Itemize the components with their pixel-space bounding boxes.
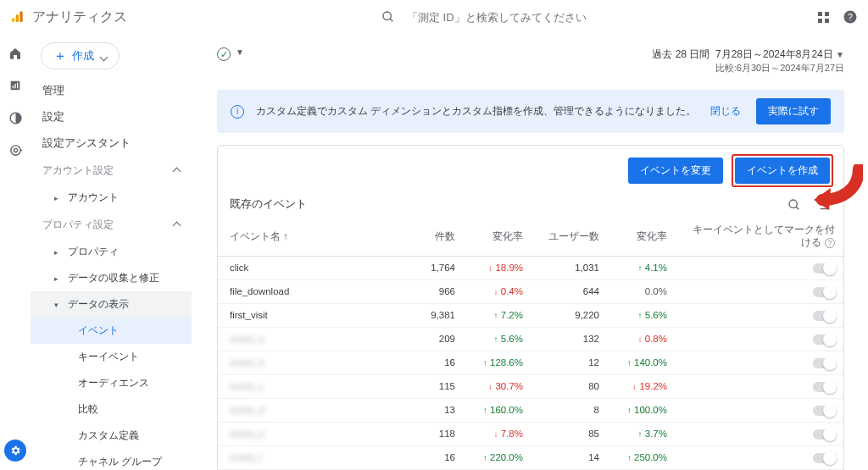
svg-point-14 (789, 200, 797, 207)
cell-change1: ↓ 7.8% (464, 422, 531, 445)
table-row[interactable]: event_a209↑ 5.6%132↓ 0.8% (218, 327, 843, 351)
col-change2[interactable]: 変化率 (608, 218, 676, 257)
search-icon[interactable] (787, 198, 801, 212)
key-event-toggle[interactable] (813, 311, 835, 321)
table-row[interactable]: first_visit9,381↑ 7.2%9,220↑ 5.6% (218, 303, 843, 327)
search-box[interactable] (381, 10, 626, 25)
col-change1[interactable]: 変化率 (464, 218, 531, 257)
chevron-down-icon[interactable]: ▼ (236, 47, 244, 57)
banner-try-button[interactable]: 実際に試す (756, 98, 831, 124)
svg-rect-10 (17, 83, 18, 89)
nav-account[interactable]: ▸アカウント (31, 185, 192, 211)
col-count[interactable]: 件数 (413, 218, 464, 257)
nav-events[interactable]: イベント (31, 318, 192, 344)
left-rail (0, 34, 31, 470)
nav-data-display[interactable]: ▾データの表示 (31, 291, 192, 318)
nav-property-section[interactable]: プロパティ設定 (31, 211, 192, 239)
key-event-toggle[interactable] (813, 382, 835, 392)
nav-custom-definitions[interactable]: カスタム定義 (31, 423, 192, 449)
key-event-toggle[interactable] (813, 358, 835, 368)
table-row[interactable]: file_download966↓ 0.4%644 0.0% (218, 279, 843, 303)
events-table: イベント名 ↑ 件数 変化率 ユーザー数 変化率 キーイベントとしてマークを付け… (218, 218, 843, 470)
modify-event-button[interactable]: イベントを変更 (628, 158, 723, 184)
col-event-name[interactable]: イベント名 ↑ (218, 218, 413, 257)
nav-property[interactable]: ▸プロパティ (31, 239, 192, 265)
table-row[interactable]: event_f16↑ 220.0%14↑ 250.0% (218, 445, 843, 469)
events-card: イベントを変更 イベントを作成 既存のイベント イベント名 ↑ 件数 変化率 ユ… (217, 145, 844, 470)
cell-toggle (676, 422, 843, 445)
table-row[interactable]: event_b16↑ 128.6%12↑ 140.0% (218, 351, 843, 374)
svg-point-13 (14, 148, 17, 152)
nav-comparisons[interactable]: 比較 (31, 396, 192, 423)
apps-icon[interactable] (818, 12, 829, 23)
help-icon[interactable]: ? (843, 9, 858, 25)
nav-key-events[interactable]: キーイベント (31, 344, 192, 370)
create-button-label: 作成 (72, 48, 94, 64)
key-event-toggle[interactable] (813, 287, 835, 297)
key-event-toggle[interactable] (813, 406, 835, 416)
search-input[interactable] (405, 10, 626, 25)
cell-change2: ↑ 140.0% (608, 351, 676, 374)
nav-account-section[interactable]: アカウント設定 (31, 157, 192, 185)
rail-home-icon[interactable] (8, 46, 23, 61)
nav-settings[interactable]: 設定 (31, 104, 192, 130)
cell-event-name: event_a (218, 327, 413, 351)
status-chip-icon[interactable]: ✓ (217, 47, 231, 61)
cell-change1: ↑ 160.0% (464, 398, 531, 422)
svg-rect-8 (13, 86, 14, 88)
svg-line-4 (390, 19, 392, 21)
key-event-toggle[interactable] (813, 335, 835, 345)
svg-rect-0 (12, 18, 14, 22)
svg-text:?: ? (848, 12, 853, 22)
cell-users: 12 (531, 351, 608, 374)
nav-admin[interactable]: 管理 (31, 78, 192, 104)
nav-data-collection[interactable]: ▸データの収集と修正 (31, 265, 192, 291)
banner-text: カスタム定義でカスタム ディメンションとカスタム指標を作成、管理できるようになり… (256, 104, 696, 119)
cell-change1: ↓ 30.7% (464, 374, 531, 398)
cell-change2: 0.0% (608, 279, 676, 303)
cell-event-name: first_visit (218, 303, 413, 327)
nav-channel-groups[interactable]: チャネル グループ (31, 449, 192, 470)
cell-event-name: event_c (218, 374, 413, 398)
table-row[interactable]: event_d13↑ 160.0%8↑ 100.0% (218, 398, 843, 422)
cell-toggle (676, 351, 843, 374)
date-range-picker[interactable]: 過去 28 日間 7月28日～2024年8月24日 ▼ 比較:6月30日～202… (652, 47, 844, 75)
key-event-toggle[interactable] (813, 453, 835, 463)
svg-rect-1 (16, 14, 19, 22)
cell-count: 966 (413, 279, 464, 303)
nav-audiences[interactable]: オーディエンス (31, 370, 192, 396)
banner-close-button[interactable]: 閉じる (710, 104, 741, 119)
cell-count: 115 (413, 374, 464, 398)
info-banner: i カスタム定義でカスタム ディメンションとカスタム指標を作成、管理できるように… (217, 90, 844, 133)
cell-event-name: file_download (218, 279, 413, 303)
table-row[interactable]: event_c115↓ 30.7%80↓ 19.2% (218, 374, 843, 398)
main-content: ✓ ▼ 過去 28 日間 7月28日～2024年8月24日 ▼ 比較:6月30日… (192, 39, 868, 470)
create-event-button[interactable]: イベントを作成 (735, 158, 830, 184)
plus-icon: ＋ (53, 47, 67, 65)
rail-admin-settings-icon[interactable] (4, 440, 26, 462)
col-key-event: キーイベントとしてマークを付ける? (676, 218, 843, 257)
cell-users: 14 (531, 445, 608, 469)
cell-count: 16 (413, 445, 464, 469)
cell-change2: ↓ 0.8% (608, 327, 676, 351)
create-button[interactable]: ＋ 作成 (41, 42, 120, 69)
cell-change2: ↑ 4.1% (608, 257, 676, 280)
cell-toggle (676, 327, 843, 351)
key-event-toggle[interactable] (813, 263, 835, 274)
cell-count: 209 (413, 327, 464, 351)
cell-event-name: event_f (218, 445, 413, 469)
cell-toggle (676, 303, 843, 327)
card-title: 既存のイベント (230, 197, 307, 212)
rail-ads-icon[interactable] (8, 142, 23, 158)
download-icon[interactable] (818, 198, 832, 212)
key-event-toggle[interactable] (813, 429, 835, 440)
nav-setup-assistant[interactable]: 設定アシスタント (31, 130, 192, 157)
help-icon[interactable]: ? (825, 238, 835, 248)
rail-explore-icon[interactable] (8, 110, 23, 125)
table-row[interactable]: event_e118↓ 7.8%85↑ 3.7% (218, 422, 843, 445)
rail-reports-icon[interactable] (8, 78, 23, 93)
cell-change1: ↑ 5.6% (464, 327, 531, 351)
col-users[interactable]: ユーザー数 (531, 218, 608, 257)
table-row[interactable]: click1,764↓ 18.9%1,031↑ 4.1% (218, 257, 843, 280)
chevron-down-icon: ▼ (836, 50, 844, 59)
